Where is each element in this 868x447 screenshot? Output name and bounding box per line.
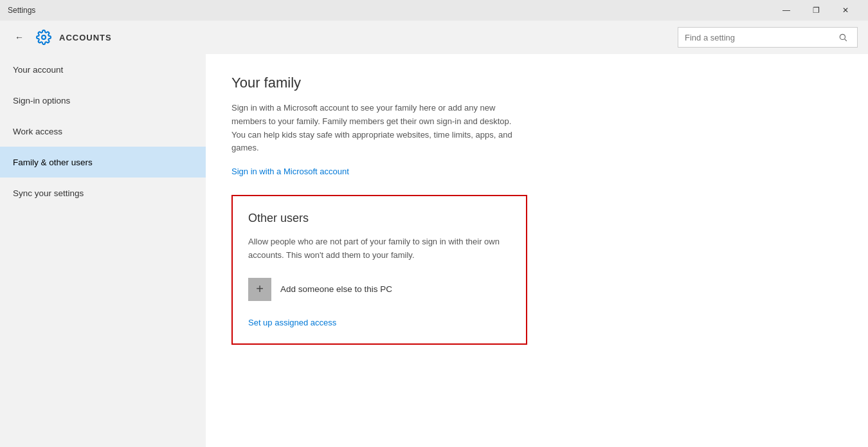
plus-icon: + — [248, 278, 271, 301]
other-users-box: Other users Allow people who are not par… — [231, 195, 527, 345]
app-title: ACCOUNTS — [59, 33, 112, 42]
search-box[interactable] — [678, 27, 858, 48]
maximize-button[interactable]: ❐ — [801, 0, 831, 21]
titlebar-controls: — ❐ ✕ — [772, 0, 860, 21]
main: Your account Sign-in options Work access… — [0, 54, 868, 447]
sidebar-item-work-access[interactable]: Work access — [0, 116, 206, 147]
search-icon — [833, 27, 853, 48]
other-users-title: Other users — [248, 212, 511, 225]
sidebar-item-family-other-users[interactable]: Family & other users — [0, 147, 206, 178]
content-area: Your family Sign in with a Microsoft acc… — [206, 54, 868, 447]
close-button[interactable]: ✕ — [831, 0, 860, 21]
minimize-button[interactable]: — — [772, 0, 801, 21]
search-input[interactable] — [678, 33, 833, 42]
your-family-description: Sign in with a Microsoft account to see … — [231, 102, 527, 155]
titlebar: Settings — ❐ ✕ — [0, 0, 868, 21]
assigned-access-link[interactable]: Set up assigned access — [248, 318, 336, 327]
sidebar-label-sync-settings: Sync your settings — [13, 188, 84, 198]
sidebar-item-sign-in-options[interactable]: Sign-in options — [0, 85, 206, 116]
your-family-title: Your family — [231, 75, 842, 91]
sidebar-item-your-account[interactable]: Your account — [0, 54, 206, 85]
back-button[interactable]: ← — [10, 28, 28, 46]
sidebar-label-your-account: Your account — [13, 65, 63, 75]
sidebar: Your account Sign-in options Work access… — [0, 54, 206, 447]
add-user-label: Add someone else to this PC — [280, 284, 392, 294]
sign-in-microsoft-link[interactable]: Sign in with a Microsoft account — [231, 167, 349, 176]
gear-icon — [36, 30, 51, 45]
add-user-button[interactable]: + Add someone else to this PC — [248, 278, 392, 301]
sidebar-label-sign-in-options: Sign-in options — [13, 96, 70, 105]
svg-point-0 — [42, 35, 46, 39]
sidebar-label-work-access: Work access — [13, 127, 62, 136]
sidebar-label-family-other-users: Family & other users — [13, 158, 93, 167]
svg-point-1 — [840, 34, 845, 39]
back-icon: ← — [15, 32, 24, 42]
svg-line-2 — [845, 39, 847, 41]
headerbar-left: ← ACCOUNTS — [10, 28, 112, 46]
headerbar: ← ACCOUNTS — [0, 21, 868, 54]
sidebar-item-sync-settings[interactable]: Sync your settings — [0, 178, 206, 208]
titlebar-title: Settings — [8, 6, 35, 15]
titlebar-left: Settings — [8, 6, 35, 15]
other-users-description: Allow people who are not part of your fa… — [248, 235, 511, 262]
